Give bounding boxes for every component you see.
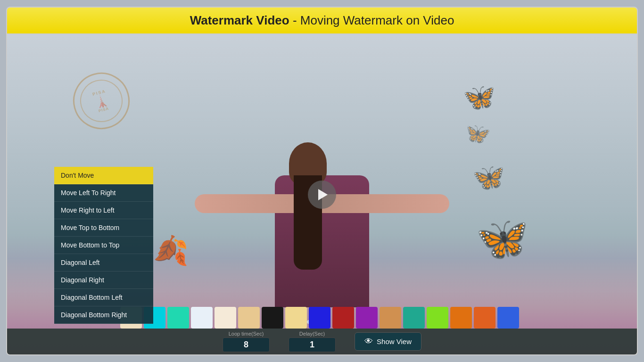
menu-item-dont-move[interactable]: Don't Move [54,167,153,184]
autumn-leaf: 🍂 [153,234,189,267]
show-view-button[interactable]: 👁 Show View [355,332,421,351]
play-button[interactable] [308,181,336,209]
loop-time-label: Loop time(Sec) [229,331,264,337]
color-swatch-12[interactable] [403,307,425,329]
color-swatch-7[interactable] [285,307,307,329]
menu-item-diagonal-left[interactable]: Diagonal Left [54,254,153,272]
color-swatch-15[interactable] [474,307,495,329]
title-main: Watermark Video [190,13,289,27]
menu-item-move-left-right[interactable]: Move Left To Right [54,184,153,202]
color-swatch-9[interactable] [332,307,354,329]
show-view-label: Show View [377,337,412,346]
delay-label: Delay(Sec) [299,331,325,337]
color-swatch-16[interactable] [497,307,519,329]
eye-icon: 👁 [364,337,373,346]
main-container: Watermark Video - Moving Watermark on Vi… [6,7,638,355]
loop-time-group: Loop time(Sec) [223,331,270,352]
color-swatch-3[interactable] [191,307,213,329]
color-swatch-13[interactable] [427,307,448,329]
menu-item-diagonal-bottom-left[interactable]: Diagonal Bottom Left [54,289,153,306]
title-bar: Watermark Video - Moving Watermark on Vi… [7,8,637,33]
butterfly-4: 🦋 [476,214,528,263]
butterfly-2: 🦋 [466,122,491,145]
title-sub: - Moving Watermark on Video [293,13,454,27]
butterfly-1: 🦋 [463,82,495,113]
color-swatch-6[interactable] [262,307,283,329]
movement-dropdown: Don't Move Move Left To Right Move Right… [54,167,153,324]
color-swatch-4[interactable] [215,307,236,329]
controls-area: Loop time(Sec) Delay(Sec) 👁 Show View [7,329,637,354]
color-swatch-8[interactable] [309,307,330,329]
person-silhouette [251,138,393,307]
menu-item-diagonal-bottom-right[interactable]: Diagonal Bottom Right [54,306,153,324]
menu-item-move-right-left[interactable]: Move Right to Left [54,202,153,219]
menu-item-move-top-bottom[interactable]: Move Top to Bottom [54,219,153,237]
color-swatch-5[interactable] [238,307,260,329]
color-swatch-10[interactable] [356,307,378,329]
play-triangle [318,189,328,200]
delay-input[interactable] [289,337,336,352]
color-swatch-14[interactable] [450,307,472,329]
color-palette [120,307,571,329]
video-area: PISA 🗼 PISA 🦋 🦋 🦋 🦋 🍂 Don't Move Move Le… [7,35,637,354]
menu-item-move-bottom-top[interactable]: Move Bottom to Top [54,237,153,254]
loop-time-input[interactable] [223,337,270,352]
butterfly-3: 🦋 [472,162,505,193]
menu-item-diagonal-right[interactable]: Diagonal Right [54,272,153,289]
delay-group: Delay(Sec) [289,331,336,352]
color-swatch-2[interactable] [167,307,189,329]
color-swatch-11[interactable] [380,307,401,329]
